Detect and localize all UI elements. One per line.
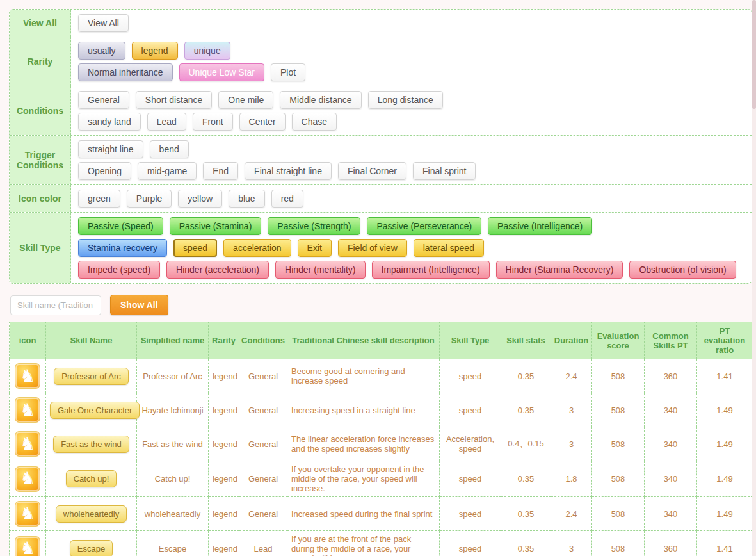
conditions-chase-button[interactable]: Chase [292, 113, 337, 131]
skill-type-lateral-speed-button[interactable]: lateral speed [414, 239, 484, 257]
table-row: ♞ Catch up! Catch up! legend General If … [10, 461, 753, 497]
skill-name-button[interactable]: Gale One Character [50, 402, 140, 419]
skill-type-passive-stamina-button[interactable]: Passive (Stamina) [170, 217, 262, 235]
skill-type-speed-button[interactable]: speed [173, 239, 217, 257]
skill-type-passive-intelligence-button[interactable]: Passive (Intelligence) [488, 217, 592, 235]
simplified-name-cell: Fast as the wind [137, 427, 209, 461]
conditions-cell: Lead [239, 531, 287, 556]
icon-color-blue-button[interactable]: blue [229, 190, 264, 208]
filter-panel: View All View All Rarity usually legend … [9, 9, 752, 284]
evaluation-score-cell: 508 [592, 461, 645, 497]
simplified-name-cell: Professor of Arc [137, 359, 209, 393]
simplified-name-cell: Catch up! [137, 461, 209, 497]
trigger-end-button[interactable]: End [203, 162, 238, 180]
conditions-long-distance-button[interactable]: Long distance [368, 91, 443, 109]
conditions-center-button[interactable]: Center [239, 113, 286, 131]
duration-cell: 3 [551, 427, 592, 461]
pt-ratio-cell: 1.41 [697, 531, 753, 556]
col-header-rarity: Rarity [209, 322, 239, 359]
horse-icon: ♞ [20, 436, 35, 453]
skill-name-button[interactable]: Professor of Arc [54, 368, 128, 385]
conditions-front-button[interactable]: Front [193, 113, 233, 131]
col-header-duration: Duration [551, 322, 592, 359]
rarity-unique-button[interactable]: unique [184, 42, 230, 60]
duration-cell: 2.4 [551, 359, 592, 393]
filter-row-skill-type: Skill Type Passive (Speed) Passive (Stam… [10, 213, 752, 283]
col-header-skill-name: Skill Name [46, 322, 137, 359]
conditions-cell: General [239, 461, 287, 497]
icon-color-red-button[interactable]: red [271, 190, 303, 208]
trigger-final-corner-button[interactable]: Final Corner [338, 162, 406, 180]
rarity-cell: legend [209, 359, 239, 393]
rarity-legend-button[interactable]: legend [132, 42, 178, 60]
trigger-opening-button[interactable]: Opening [78, 162, 131, 180]
scrollbar-thumb[interactable] [752, 0, 756, 109]
table-row: ♞ wholeheartedly wholeheartedly legend G… [10, 497, 753, 531]
table-header-row: icon Skill Name Simplified name Rarity C… [10, 322, 753, 359]
description-cell: Become good at cornering and increase sp… [287, 359, 440, 393]
icon-color-green-button[interactable]: green [78, 190, 120, 208]
skill-type-hinder-stamina-recovery-button[interactable]: Hinder (Stamina Recovery) [496, 261, 623, 279]
rarity-plot-button[interactable]: Plot [271, 63, 305, 81]
conditions-general-button[interactable]: General [78, 91, 129, 109]
skill-type-passive-speed-button[interactable]: Passive (Speed) [78, 217, 163, 235]
skill-name-button[interactable]: Escape [70, 540, 113, 556]
skill-name-search-input[interactable] [10, 295, 101, 315]
col-header-evaluation-score: Evaluation score [592, 322, 645, 359]
skill-type-stamina-recovery-button[interactable]: Stamina recovery [78, 239, 167, 257]
skill-name-button[interactable]: Fast as the wind [53, 436, 129, 453]
description-cell: If you are at the front of the pack duri… [287, 531, 440, 556]
rarity-unique-low-star-button[interactable]: Unique Low Star [179, 63, 265, 81]
skill-type-cell: speed [440, 393, 501, 427]
rarity-normal-inheritance-button[interactable]: Normal inheritance [78, 63, 173, 81]
conditions-short-distance-button[interactable]: Short distance [136, 91, 213, 109]
filter-label-icon-color: Icon color [10, 185, 71, 212]
col-header-icon: icon [10, 322, 46, 359]
page-scrollbar[interactable] [752, 0, 756, 556]
skill-type-impairment-intelligence-button[interactable]: Impairment (Intelligence) [372, 261, 490, 279]
skill-type-hinder-mentality-button[interactable]: Hinder (mentality) [275, 261, 365, 279]
rarity-usually-button[interactable]: usually [78, 42, 125, 60]
rarity-cell: legend [209, 427, 239, 461]
common-skills-pt-cell: 340 [645, 427, 697, 461]
skill-stats-cell: 0.35 [501, 393, 551, 427]
skill-type-cell: speed [440, 359, 501, 393]
skill-type-exit-button[interactable]: Exit [298, 239, 332, 257]
skill-stats-cell: 0.35 [501, 531, 551, 556]
skill-name-button[interactable]: wholeheartedly [56, 505, 127, 523]
table-row: ♞ Fast as the wind Fast as the wind lege… [10, 427, 753, 461]
trigger-straight-line-button[interactable]: straight line [78, 140, 143, 158]
trigger-final-sprint-button[interactable]: Final sprint [413, 162, 476, 180]
filter-row-view-all: View All View All [10, 10, 752, 37]
skill-name-button[interactable]: Catch up! [66, 470, 117, 487]
skill-type-passive-perseverance-button[interactable]: Passive (Perseverance) [367, 217, 481, 235]
description-cell: The linear acceleration force increases … [287, 427, 440, 461]
pt-ratio-cell: 1.49 [697, 427, 753, 461]
conditions-one-mile-button[interactable]: One mile [218, 91, 273, 109]
col-header-pt-evaluation-ratio: PT evaluation ratio [697, 322, 753, 359]
show-all-button[interactable]: Show All [110, 295, 168, 315]
icon-color-purple-button[interactable]: Purple [127, 190, 172, 208]
conditions-middle-distance-button[interactable]: Middle distance [280, 91, 361, 109]
skill-type-cell: Acceleration, speed [440, 427, 501, 461]
skill-type-field-of-view-button[interactable]: Field of view [338, 239, 407, 257]
conditions-lead-button[interactable]: Lead [147, 113, 186, 131]
skill-type-cell: speed [440, 461, 501, 497]
pt-ratio-cell: 1.49 [697, 393, 753, 427]
skill-type-cell: speed [440, 497, 501, 531]
trigger-final-straight-line-button[interactable]: Final straight line [245, 162, 332, 180]
skill-icon: ♞ [15, 397, 40, 423]
skill-type-acceleration-button[interactable]: acceleration [223, 239, 291, 257]
simplified-name-cell: wholeheartedly [137, 497, 209, 531]
col-header-skill-stats: Skill stats [501, 322, 551, 359]
conditions-sandy-land-button[interactable]: sandy land [78, 113, 141, 131]
skill-stats-cell: 0.35 [501, 461, 551, 497]
trigger-mid-game-button[interactable]: mid-game [138, 162, 197, 180]
icon-color-yellow-button[interactable]: yellow [178, 190, 222, 208]
skill-type-obstruction-of-vision-button[interactable]: Obstruction (of vision) [629, 261, 736, 279]
view-all-button[interactable]: View All [78, 14, 129, 32]
skill-type-impede-speed-button[interactable]: Impede (speed) [78, 261, 160, 279]
trigger-bend-button[interactable]: bend [150, 140, 189, 158]
skill-type-passive-strength-button[interactable]: Passive (Strength) [268, 217, 360, 235]
skill-type-hinder-acceleration-button[interactable]: Hinder (acceleration) [166, 261, 269, 279]
